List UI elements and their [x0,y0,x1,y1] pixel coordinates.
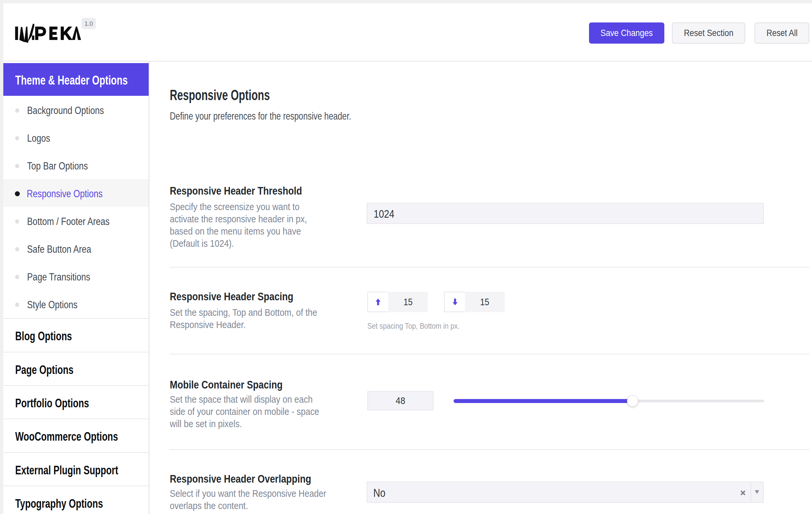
svg-text:1.0: 1.0 [85,20,93,27]
